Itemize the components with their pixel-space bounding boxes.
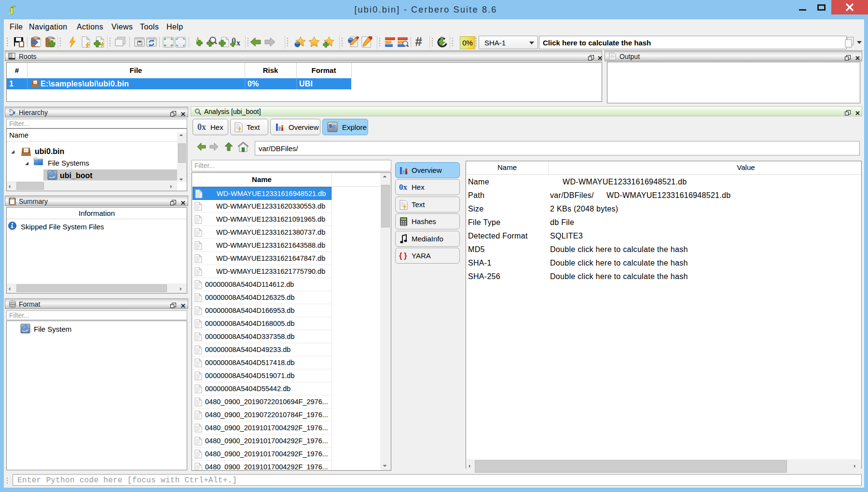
svg-text:x: x	[236, 39, 240, 47]
svg-text:#: #	[415, 36, 422, 48]
